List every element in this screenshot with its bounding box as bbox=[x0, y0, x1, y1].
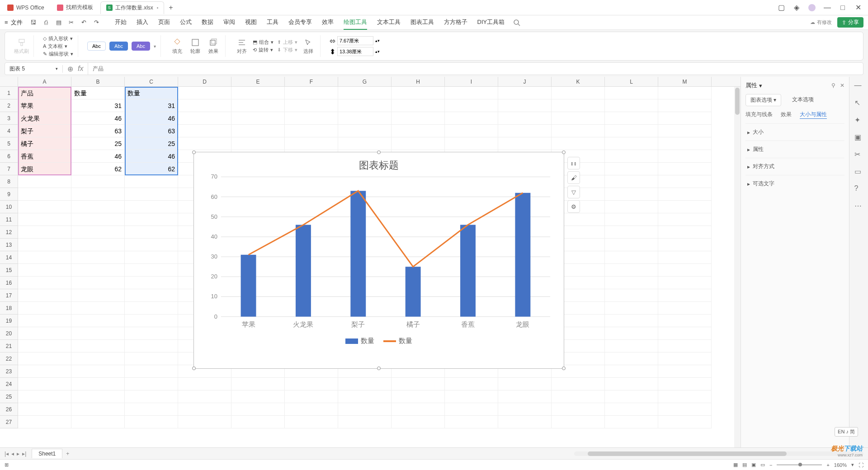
cell[interactable] bbox=[71, 175, 125, 188]
cell[interactable] bbox=[658, 378, 712, 390]
cell[interactable] bbox=[71, 289, 125, 302]
chart-styles-button[interactable]: 🖌 bbox=[567, 171, 580, 184]
chart-filter-button[interactable]: ▽ bbox=[567, 186, 580, 198]
style-abc-2[interactable]: Abc bbox=[109, 42, 128, 51]
row-header[interactable]: 5 bbox=[0, 137, 18, 150]
preview-icon[interactable]: ▤ bbox=[55, 19, 63, 27]
cell[interactable] bbox=[285, 87, 338, 99]
cell[interactable] bbox=[125, 251, 178, 264]
cell[interactable] bbox=[71, 264, 125, 277]
cell[interactable] bbox=[178, 99, 231, 112]
style-icon[interactable]: ✦ bbox=[854, 116, 863, 125]
ribbon-tab-4[interactable]: 数据 bbox=[202, 15, 213, 30]
cell[interactable] bbox=[71, 315, 125, 327]
ribbon-tab-8[interactable]: 会员专享 bbox=[288, 15, 312, 30]
chart-plot-area[interactable]: 010203040506070苹果火龙果梨子橘子香蕉龙眼 bbox=[194, 172, 564, 335]
cell[interactable] bbox=[605, 289, 658, 302]
cell[interactable] bbox=[658, 226, 712, 239]
cell[interactable] bbox=[392, 390, 445, 403]
cell[interactable] bbox=[658, 201, 712, 213]
cell[interactable]: 62 bbox=[71, 163, 125, 175]
cell[interactable] bbox=[658, 264, 712, 277]
height-input[interactable] bbox=[337, 47, 373, 56]
row-header[interactable]: 15 bbox=[0, 264, 18, 277]
cell[interactable] bbox=[498, 403, 552, 416]
cell[interactable] bbox=[178, 403, 231, 416]
cell[interactable] bbox=[605, 340, 658, 352]
cell[interactable] bbox=[338, 112, 392, 125]
avatar-icon[interactable] bbox=[808, 4, 816, 11]
column-header[interactable]: B bbox=[71, 77, 125, 86]
cell[interactable] bbox=[338, 416, 392, 428]
cell[interactable] bbox=[18, 251, 71, 264]
cell[interactable] bbox=[445, 378, 498, 390]
column-header[interactable]: D bbox=[178, 77, 231, 86]
cell[interactable] bbox=[71, 277, 125, 289]
cell[interactable] bbox=[18, 213, 71, 226]
cell[interactable] bbox=[178, 416, 231, 428]
cell[interactable] bbox=[125, 352, 178, 365]
column-header[interactable]: C bbox=[125, 77, 178, 86]
print-icon[interactable]: ⎙ bbox=[42, 19, 50, 27]
cell[interactable] bbox=[125, 302, 178, 315]
app-tab-template[interactable]: 找稻壳模板 bbox=[52, 1, 99, 14]
ribbon-tab-13[interactable]: 方方格子 bbox=[444, 15, 467, 30]
sheet-first-icon[interactable]: |◂ bbox=[5, 451, 9, 457]
cell[interactable] bbox=[125, 340, 178, 352]
row-header[interactable]: 16 bbox=[0, 277, 18, 289]
cell[interactable] bbox=[552, 112, 605, 125]
cell[interactable] bbox=[178, 390, 231, 403]
cell[interactable] bbox=[125, 378, 178, 390]
cell[interactable] bbox=[71, 188, 125, 201]
cell[interactable] bbox=[18, 264, 71, 277]
cell[interactable] bbox=[498, 390, 552, 403]
cell[interactable] bbox=[605, 327, 658, 340]
row-header[interactable]: 3 bbox=[0, 112, 18, 125]
cell[interactable] bbox=[552, 416, 605, 428]
ribbon-tab-6[interactable]: 视图 bbox=[245, 15, 257, 30]
cell[interactable]: 31 bbox=[71, 99, 125, 112]
cell[interactable] bbox=[18, 277, 71, 289]
panel-section[interactable]: ▸ 可选文字 bbox=[745, 175, 844, 192]
cell[interactable] bbox=[125, 188, 178, 201]
view-layout-icon[interactable]: ▣ bbox=[751, 462, 756, 468]
align-button[interactable]: 对齐 bbox=[235, 38, 249, 55]
chart-options-tab[interactable]: 图表选项 ▾ bbox=[745, 94, 781, 106]
view-normal-icon[interactable]: ▦ bbox=[733, 462, 738, 468]
cell[interactable] bbox=[658, 239, 712, 251]
cell[interactable]: 产品 bbox=[18, 87, 71, 99]
cell[interactable]: 31 bbox=[125, 99, 178, 112]
cell[interactable] bbox=[658, 403, 712, 416]
more-icon[interactable]: ⋯ bbox=[854, 202, 863, 211]
cell[interactable] bbox=[658, 416, 712, 428]
cell[interactable] bbox=[285, 390, 338, 403]
sheet-next-icon[interactable]: ▸ bbox=[17, 451, 19, 457]
cell[interactable]: 25 bbox=[125, 137, 178, 150]
cell[interactable] bbox=[71, 251, 125, 264]
cell[interactable] bbox=[338, 125, 392, 137]
cell[interactable] bbox=[392, 99, 445, 112]
ribbon-tab-14[interactable]: DIY工具箱 bbox=[477, 15, 505, 30]
status-indicator-icon[interactable]: ⊞ bbox=[5, 462, 9, 468]
column-header[interactable]: J bbox=[498, 77, 552, 86]
ribbon-tab-10[interactable]: 绘图工具 bbox=[344, 15, 367, 30]
collapse-icon[interactable]: — bbox=[854, 81, 863, 90]
cell[interactable] bbox=[338, 378, 392, 390]
cell[interactable] bbox=[498, 378, 552, 390]
cell[interactable] bbox=[658, 150, 712, 163]
ribbon-tab-12[interactable]: 图表工具 bbox=[410, 15, 434, 30]
cell[interactable] bbox=[445, 137, 498, 150]
fill-button[interactable]: 填充 bbox=[170, 38, 184, 55]
cell[interactable] bbox=[605, 416, 658, 428]
cell[interactable] bbox=[18, 315, 71, 327]
cube-icon[interactable]: ◈ bbox=[793, 4, 800, 11]
app-tab-workbook[interactable]: S 工作簿数量.xlsx • bbox=[100, 1, 165, 14]
cell[interactable] bbox=[125, 365, 178, 378]
cell[interactable] bbox=[71, 302, 125, 315]
cell[interactable] bbox=[658, 277, 712, 289]
cell[interactable] bbox=[285, 99, 338, 112]
row-header[interactable]: 23 bbox=[0, 365, 18, 378]
burger-icon[interactable]: ≡ bbox=[5, 19, 8, 26]
sheet-last-icon[interactable]: ▸| bbox=[22, 451, 26, 457]
cell[interactable] bbox=[605, 315, 658, 327]
